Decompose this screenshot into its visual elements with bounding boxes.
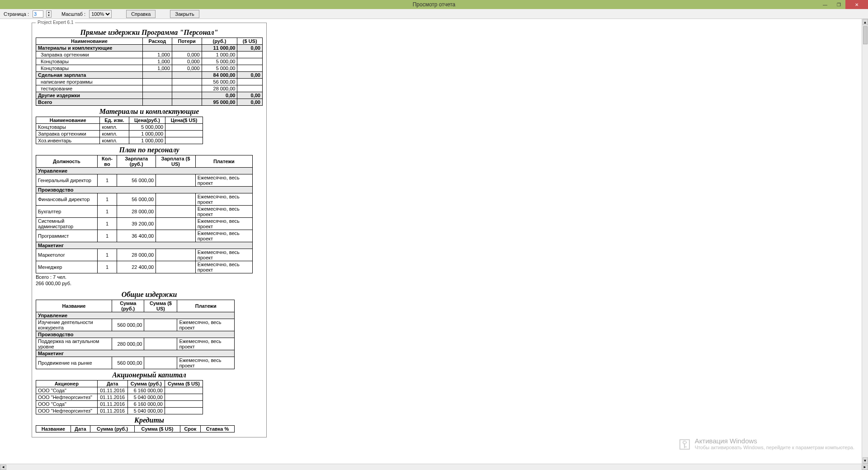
page-spinner[interactable]: ▲▼ <box>46 10 52 18</box>
page-input[interactable] <box>33 10 43 18</box>
zoom-select[interactable]: 100% <box>89 10 112 18</box>
maximize-button[interactable]: ❐ <box>832 0 845 9</box>
page-label: Страница : <box>4 11 29 17</box>
close-report-button[interactable]: Закрыть <box>170 10 199 18</box>
window-title: Просмотр отчета <box>413 1 456 8</box>
titlebar: Просмотр отчета — ❐ ✕ <box>0 0 868 9</box>
zoom-label: Масштаб : <box>61 11 85 17</box>
help-button[interactable]: Справка <box>126 10 156 18</box>
close-button[interactable]: ✕ <box>845 0 868 9</box>
toolbar: Страница : ▲▼ Масштаб : 100% Справка Зак… <box>0 9 868 19</box>
minimize-button[interactable]: — <box>818 0 832 9</box>
